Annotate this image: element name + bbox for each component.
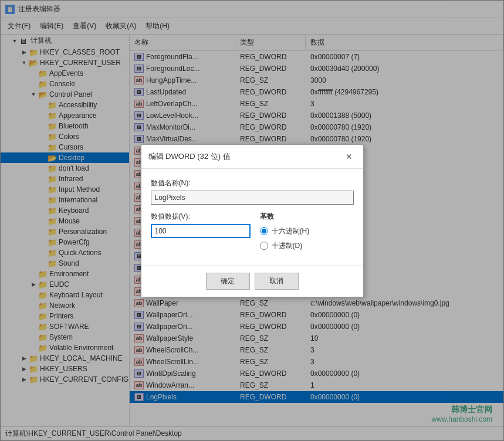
- value-label: 数值数据(V):: [151, 212, 251, 222]
- name-input[interactable]: [151, 191, 354, 205]
- ok-button[interactable]: 确定: [206, 273, 250, 290]
- dialog-title-bar: 编辑 DWORD (32 位) 值 ✕: [141, 145, 363, 169]
- dialog-overlay: 编辑 DWORD (32 位) 值 ✕ 数值名称(N): 数值数据(V): 基数…: [0, 0, 504, 441]
- dialog-close-button[interactable]: ✕: [342, 150, 356, 164]
- value-section: 数值数据(V):: [151, 212, 251, 245]
- radio-hex[interactable]: [260, 227, 268, 235]
- dialog-title-text: 编辑 DWORD (32 位) 值: [148, 151, 231, 162]
- radio-hex-row[interactable]: 十六进制(H): [260, 226, 354, 236]
- dialog-buttons: 确定 取消: [141, 265, 363, 297]
- base-label: 基数: [260, 212, 354, 222]
- dialog-body: 数值名称(N): 数值数据(V): 基数 十六进制(H) 十进制(D): [141, 169, 363, 265]
- value-input[interactable]: [151, 224, 251, 238]
- name-label: 数值名称(N):: [151, 178, 354, 188]
- radio-dec[interactable]: [260, 242, 268, 250]
- radio-dec-label: 十进制(D): [272, 241, 303, 251]
- cancel-button[interactable]: 取消: [255, 273, 299, 290]
- base-section: 基数 十六进制(H) 十进制(D): [260, 212, 354, 256]
- radio-dec-row[interactable]: 十进制(D): [260, 241, 354, 251]
- edit-dword-dialog: 编辑 DWORD (32 位) 值 ✕ 数值名称(N): 数值数据(V): 基数…: [141, 144, 364, 297]
- radio-hex-label: 十六进制(H): [272, 226, 310, 236]
- dialog-value-row: 数值数据(V): 基数 十六进制(H) 十进制(D): [151, 212, 354, 256]
